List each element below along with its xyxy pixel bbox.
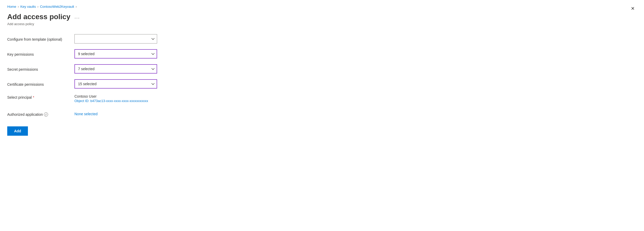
configure-template-label: Configure from template (optional) <box>7 36 74 41</box>
select-principal-label: Select principal * <box>7 94 74 99</box>
close-button[interactable]: ✕ <box>629 5 637 12</box>
principal-name: Contoso User <box>74 94 148 98</box>
secret-permissions-label: Secret permissions <box>7 66 74 71</box>
authorized-application-info-icon[interactable]: i <box>44 112 48 117</box>
key-permissions-select[interactable]: 9 selected <box>74 49 157 59</box>
breadcrumb-sep-1: › <box>18 5 19 9</box>
configure-template-row: Configure from template (optional) <box>7 34 225 44</box>
key-permissions-label: Key permissions <box>7 51 74 56</box>
certificate-permissions-label: Certificate permissions <box>7 81 74 86</box>
breadcrumb-sep-2: › <box>37 5 39 9</box>
form-container: Configure from template (optional) Key p… <box>0 32 233 143</box>
certificate-permissions-select[interactable]: 15 selected <box>74 79 157 89</box>
breadcrumb-sep-3: › <box>76 5 77 9</box>
secret-permissions-row: Secret permissions 7 selected <box>7 64 225 74</box>
certificate-permissions-row: Certificate permissions 15 selected <box>7 79 225 89</box>
add-button[interactable]: Add <box>7 126 28 136</box>
key-permissions-wrapper: 9 selected <box>74 49 157 59</box>
more-options-button[interactable]: ... <box>73 14 81 20</box>
select-principal-row: Select principal * Contoso User Object I… <box>7 94 225 104</box>
key-permissions-value: 9 selected <box>78 52 95 56</box>
principal-object-id-link[interactable]: Object ID: b473ac13-xxxx-xxxx-xxxx-xxxxx… <box>74 99 148 103</box>
page-subtitle: Add access policy <box>0 22 644 32</box>
authorized-application-row: Authorized application i None selected <box>7 109 225 119</box>
required-star: * <box>33 95 34 99</box>
secret-permissions-wrapper: 7 selected <box>74 64 157 74</box>
page-title: Add access policy <box>7 13 70 21</box>
secret-permissions-select[interactable]: 7 selected <box>74 64 157 74</box>
breadcrumb: Home › Key vaults › ContosoWeb2Keyvault … <box>0 0 644 11</box>
secret-permissions-value: 7 selected <box>78 67 95 71</box>
page-header: Add access policy ... <box>0 11 644 22</box>
certificate-permissions-wrapper: 15 selected <box>74 79 157 89</box>
authorized-application-label: Authorized application i <box>7 111 74 117</box>
breadcrumb-key-vaults[interactable]: Key vaults <box>20 5 36 9</box>
certificate-permissions-value: 15 selected <box>78 82 97 86</box>
breadcrumb-home[interactable]: Home <box>7 5 16 9</box>
breadcrumb-keyvault[interactable]: ContosoWeb2Keyvault <box>40 5 74 9</box>
configure-template-wrapper <box>74 34 157 44</box>
key-permissions-row: Key permissions 9 selected <box>7 49 225 59</box>
authorized-application-none-selected[interactable]: None selected <box>74 112 98 116</box>
configure-template-select[interactable] <box>74 34 157 44</box>
principal-section: Contoso User Object ID: b473ac13-xxxx-xx… <box>74 94 148 103</box>
